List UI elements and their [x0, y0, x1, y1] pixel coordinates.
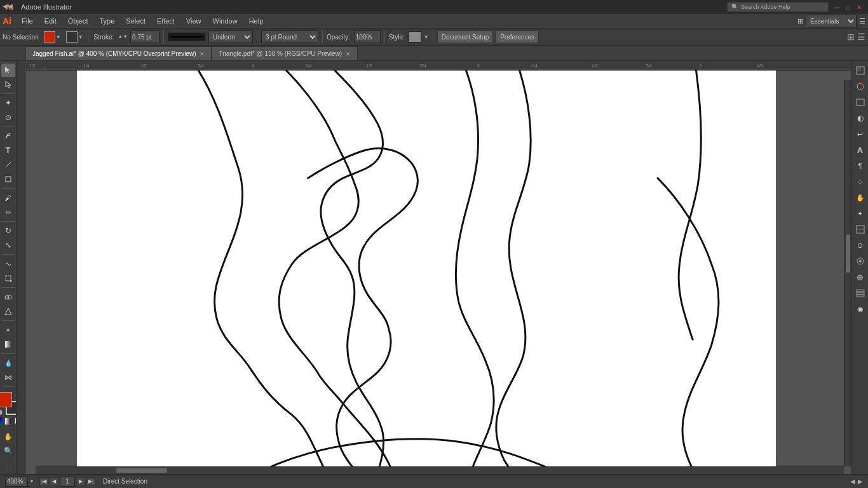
- search-placeholder: Search Adobe Help: [741, 4, 790, 10]
- scale-tool-button[interactable]: ⤡: [1, 239, 15, 252]
- right-panel-symbols[interactable]: ⊙: [853, 238, 867, 252]
- rectangle-tool-button[interactable]: [1, 173, 15, 186]
- free-transform-button[interactable]: [1, 272, 15, 285]
- eyedropper-button[interactable]: 💧: [1, 356, 15, 370]
- svg-rect-28: [858, 68, 860, 71]
- right-panel-undo[interactable]: ↩: [853, 127, 867, 141]
- canvas-area: 1/2 1/4 1/2 3/4 4 1/4 1/2 3/4 5 1/4 1/2 …: [17, 61, 851, 474]
- tab-jagged-fish-label: Jagged Fish.ai* @ 400 % (CMYK/CPU Overpr…: [32, 50, 196, 57]
- line-tool-button[interactable]: [1, 158, 15, 172]
- next-page-button[interactable]: ▶: [76, 477, 85, 486]
- direct-selection-tool-button[interactable]: [1, 78, 15, 92]
- scroll-thumb-horizontal[interactable]: [116, 468, 167, 473]
- right-panel-align[interactable]: ✋: [853, 191, 867, 205]
- right-panel-add[interactable]: ⊕: [853, 270, 867, 284]
- right-panel-swatches[interactable]: ◐: [853, 111, 867, 125]
- preferences-button[interactable]: Preferences: [496, 30, 539, 43]
- pen-tool-button[interactable]: [1, 130, 15, 143]
- lasso-tool-button[interactable]: ⊙: [1, 111, 15, 125]
- stroke-value-input[interactable]: [130, 30, 159, 43]
- tab-triangle[interactable]: Triangle.pdf* @ 150 % (RGB/CPU Preview) …: [212, 46, 358, 60]
- menu-view[interactable]: View: [181, 16, 207, 26]
- style-arrow-icon: ▼: [424, 34, 429, 40]
- zoom-tool-button[interactable]: 🔍: [1, 444, 15, 458]
- svg-point-0: [7, 135, 8, 136]
- paintbrush-tool-button[interactable]: 🖌: [1, 191, 15, 205]
- prev-page-button[interactable]: ◀: [50, 477, 58, 486]
- status-arrow-left[interactable]: ◀: [850, 478, 855, 485]
- zoom-input[interactable]: [5, 477, 28, 487]
- hand-tool-button[interactable]: ✋: [1, 430, 15, 444]
- perspective-tool-button[interactable]: [1, 305, 15, 318]
- toolbar-sep-bottom: [1, 428, 14, 428]
- status-right: ◀ ▶: [850, 478, 863, 485]
- last-page-button[interactable]: ▶|: [86, 477, 95, 486]
- menu-object[interactable]: Object: [63, 16, 93, 26]
- arrange-panels-icon[interactable]: ⊞: [847, 32, 855, 42]
- right-panel-properties[interactable]: [853, 95, 867, 109]
- right-panel-pathfinder[interactable]: ✦: [853, 207, 867, 220]
- menu-edit[interactable]: Edit: [39, 16, 62, 26]
- vertical-scrollbar[interactable]: [844, 80, 851, 466]
- shape-builder-button[interactable]: [1, 290, 15, 304]
- menu-window[interactable]: Window: [208, 16, 243, 26]
- tab-jagged-fish-close[interactable]: ✕: [200, 51, 205, 57]
- gradient-tool-button[interactable]: [1, 338, 15, 351]
- first-page-button[interactable]: |◀: [39, 477, 48, 486]
- style-swatch[interactable]: [409, 31, 421, 43]
- scroll-thumb-vertical[interactable]: [846, 234, 850, 273]
- fill-color-swatch[interactable]: [44, 31, 55, 43]
- color-mode-button[interactable]: [0, 417, 2, 425]
- zoom-dropdown-icon[interactable]: ▼: [29, 478, 34, 484]
- gradient-mode-button[interactable]: [4, 417, 12, 425]
- pencil-tool-button[interactable]: ✏: [1, 206, 15, 219]
- right-panel-graphic-styles[interactable]: [853, 254, 867, 268]
- right-panel-appearance2[interactable]: ◉: [853, 302, 867, 316]
- minimize-button[interactable]: —: [832, 4, 841, 11]
- status-arrow-right[interactable]: ▶: [858, 478, 863, 485]
- menu-help[interactable]: Help: [244, 16, 269, 26]
- panel-collapse-icon[interactable]: ◀◀: [3, 3, 13, 10]
- panel-options-icon[interactable]: ☰: [857, 32, 865, 42]
- workspace-dropdown[interactable]: Essentials: [806, 15, 857, 27]
- menu-effect[interactable]: Effect: [152, 16, 180, 26]
- type-tool-button[interactable]: T: [1, 144, 15, 158]
- svg-text:6: 6: [700, 64, 702, 68]
- title-bar-left: Ai Adobe Illustrator: [5, 3, 72, 12]
- right-panel-color[interactable]: [853, 79, 867, 93]
- right-panel-artboards[interactable]: [853, 64, 867, 78]
- tab-triangle-close[interactable]: ✕: [346, 51, 351, 57]
- warp-tool-button[interactable]: [1, 257, 15, 271]
- more-tools-button[interactable]: ...: [1, 458, 15, 471]
- blend-tool-button[interactable]: ⋈: [1, 371, 15, 384]
- mesh-tool-button[interactable]: #: [1, 323, 15, 337]
- menu-file[interactable]: File: [17, 16, 38, 26]
- close-button[interactable]: ✕: [855, 4, 863, 11]
- fill-swatch-front[interactable]: [0, 392, 12, 407]
- document-setup-button[interactable]: Document Setup: [437, 30, 494, 43]
- right-panel-paragraph[interactable]: ¶: [853, 159, 867, 173]
- page-input[interactable]: [60, 477, 75, 487]
- menu-select[interactable]: Select: [121, 16, 151, 26]
- right-panel-appearance[interactable]: ○: [853, 175, 867, 189]
- horizontal-scrollbar[interactable]: [36, 466, 844, 474]
- magic-wand-button[interactable]: ✦: [1, 97, 15, 110]
- opacity-input[interactable]: [354, 30, 381, 43]
- right-panel-transform[interactable]: [853, 222, 867, 236]
- maximize-button[interactable]: □: [845, 4, 851, 11]
- svg-rect-2: [6, 177, 11, 182]
- stroke-color-swatch[interactable]: [66, 31, 78, 43]
- title-bar: Ai Adobe Illustrator 🔍 Search Adobe Help…: [0, 0, 868, 14]
- default-colors-icon[interactable]: ⬤: [0, 409, 3, 415]
- stroke-size-select[interactable]: 3 pt Round: [261, 30, 318, 43]
- right-panel-layers[interactable]: [853, 286, 867, 300]
- canvas-content[interactable]: [26, 71, 851, 474]
- search-bar[interactable]: 🔍 Search Adobe Help: [727, 2, 829, 12]
- tab-jagged-fish[interactable]: Jagged Fish.ai* @ 400 % (CMYK/CPU Overpr…: [25, 46, 212, 60]
- selection-tool-button[interactable]: [1, 64, 15, 77]
- rotate-tool-button[interactable]: ↻: [1, 224, 15, 238]
- ruler-top: 1/2 1/4 1/2 3/4 4 1/4 1/2 3/4 5 1/4 1/2 …: [26, 61, 851, 71]
- stroke-type-select[interactable]: Uniform: [208, 30, 253, 43]
- menu-type[interactable]: Type: [95, 16, 120, 26]
- right-panel-type[interactable]: A: [853, 143, 867, 157]
